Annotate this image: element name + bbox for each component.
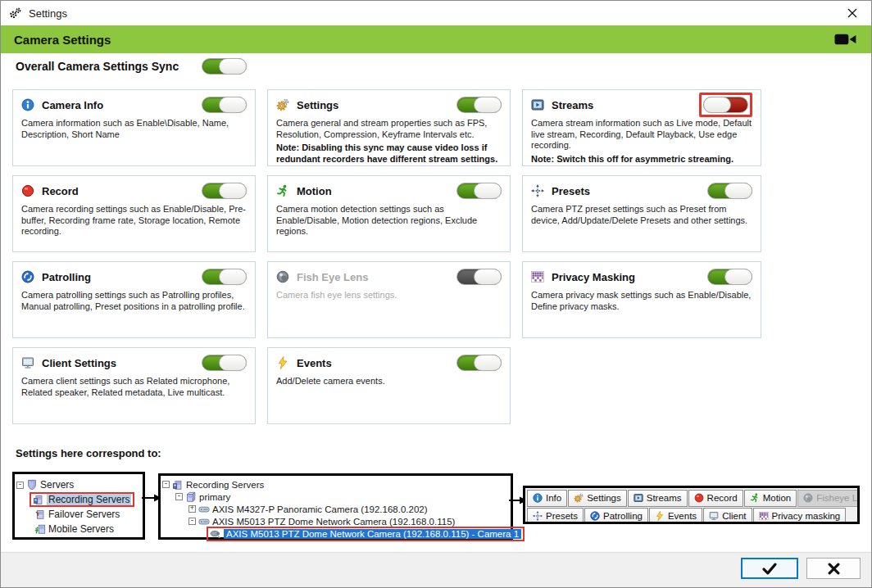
window-title: Settings [29,7,67,20]
lightning-icon [276,356,289,369]
collapse-icon[interactable]: - [188,518,196,525]
ptz-camera-icon [210,528,221,540]
page-header: Camera Settings [1,25,871,53]
card-description: Camera privacy mask settings such as Ena… [531,290,752,312]
title-bar: Settings [1,1,871,25]
tab-client[interactable]: Client [703,508,752,525]
card-note: Note: Switch this off for asymmetric str… [531,154,752,165]
card-title: Client Settings [42,357,116,369]
tree-item-label: Servers [40,479,74,491]
card-description: Camera patrolling settings such as Patro… [21,290,247,312]
tree-item-servers[interactable]: - Servers [16,477,141,492]
correspond-label: Settings here correspond to: [16,447,161,459]
settings-dialog: Settings Camera Settings Overall Camera … [0,0,872,588]
tab-motion[interactable]: Motion [744,490,797,507]
tab-streams[interactable]: Streams [628,490,688,507]
tree-item-axis-m4327[interactable]: + AXIS M4327-P Panoramic Camera (192.168… [162,503,509,515]
presets-move-icon [531,184,544,197]
tab-presets[interactable]: Presets [527,508,584,525]
card-title: Settings [297,99,338,111]
card-description: Add/Delete camera events. [276,376,502,387]
failover-server-icon [34,509,46,520]
tab-events[interactable]: Events [649,508,702,525]
recording-servers-icon [172,479,184,491]
card-title: Streams [552,99,593,111]
tree-item-mobile-servers[interactable]: Mobile Servers [16,522,141,536]
privacy-masking-toggle[interactable] [707,269,752,285]
collapse-icon[interactable]: - [162,481,170,488]
servers-icon [26,479,38,491]
card-record: Record Camera recording settings such as… [12,175,256,252]
tab-record[interactable]: Record [688,490,743,507]
monitor-icon [21,356,34,369]
card-title: Motion [297,185,332,197]
card-camera-info: Camera Info Camera information such as E… [12,89,256,166]
record-icon [21,184,34,197]
server-tree-box: - Servers Recording Servers Failover Ser… [12,472,145,540]
mobile-server-icon [34,523,46,535]
settings-cards-grid: Camera Info Camera information such as E… [12,89,761,424]
cancel-button[interactable] [806,558,861,579]
card-title: Fish Eye Lens [297,271,368,283]
patrolling-toggle[interactable] [202,269,247,285]
overall-sync-label: Overall Camera Settings Sync [16,60,202,73]
tree-item-recording-servers[interactable]: Recording Servers [16,492,141,507]
tabs-row-1: Info Settings Streams Record Motion Fish… [527,489,856,507]
card-events: Events Add/Delete camera events. [267,347,511,424]
tree-item-failover-servers[interactable]: Failover Servers [16,507,141,522]
tab-fisheye-lens: Fisheye Lens [797,490,860,507]
checkmark-icon [761,563,778,575]
card-title: Presets [552,185,590,197]
video-camera-icon [833,32,858,47]
ok-button[interactable] [741,558,798,579]
card-description: Camera motion detection settings such as… [276,204,502,237]
card-title: Privacy Masking [552,271,635,283]
info-icon [21,98,34,111]
card-description: Camera client settings such as Related m… [21,376,247,398]
camera-tabs-box: Info Settings Streams Record Motion Fish… [523,486,860,524]
fisheye-lens-icon [276,270,289,283]
overall-sync-toggle[interactable] [202,58,247,75]
settings-toggle[interactable] [456,97,502,113]
server-icon [185,491,197,503]
card-note: Note: Disabling this sync may cause vide… [276,142,502,165]
motion-toggle[interactable] [456,183,502,199]
card-privacy-masking: Privacy Masking Camera privacy mask sett… [522,261,761,338]
footer-bar [1,552,872,587]
collapse-icon[interactable]: - [16,482,24,489]
gear-icon [276,98,289,111]
tree-item-axis-m5013-camera1[interactable]: AXIS M5013 PTZ Dome Network Camera (192.… [162,527,509,540]
streams-toggle-highlight [699,93,752,117]
close-icon[interactable] [842,4,863,22]
tab-settings[interactable]: Settings [568,490,627,507]
recording-server-icon [33,494,44,505]
card-description: Camera PTZ preset settings such as Prese… [531,204,752,226]
collapse-icon[interactable]: - [175,493,183,500]
streams-toggle[interactable] [703,97,748,113]
page-title: Camera Settings [14,33,111,47]
tree-item-label: Recording Servers [186,480,264,490]
card-description: Camera recording settings such as Enable… [21,204,247,237]
tree-item-label: Failover Servers [48,509,120,520]
record-toggle[interactable] [202,183,247,199]
settings-gears-icon [9,7,22,20]
card-description: Camera general and stream properties suc… [276,118,502,140]
client-settings-toggle[interactable] [202,355,247,371]
streams-icon [531,98,544,111]
camera-info-toggle[interactable] [202,97,247,113]
events-toggle[interactable] [456,355,502,371]
tab-patrolling[interactable]: Patrolling [584,508,648,525]
tree-item-recording-servers-root[interactable]: - Recording Servers [162,478,509,491]
tab-info[interactable]: Info [527,490,567,507]
presets-toggle[interactable] [707,183,752,199]
tree-item-primary[interactable]: - primary [162,491,509,503]
card-description: Camera stream information such as Live m… [531,118,752,152]
camera-tree-box: - Recording Servers - primary + AXIS M43… [158,473,513,540]
card-title: Patrolling [42,271,91,283]
expand-icon[interactable]: + [188,505,196,513]
tree-item-label: Recording Servers [47,494,131,505]
tab-privacy-masking[interactable]: Privacy masking [753,508,847,525]
privacy-mask-icon [531,270,544,283]
card-presets: Presets Camera PTZ preset settings such … [522,175,761,252]
motion-icon [276,184,289,197]
